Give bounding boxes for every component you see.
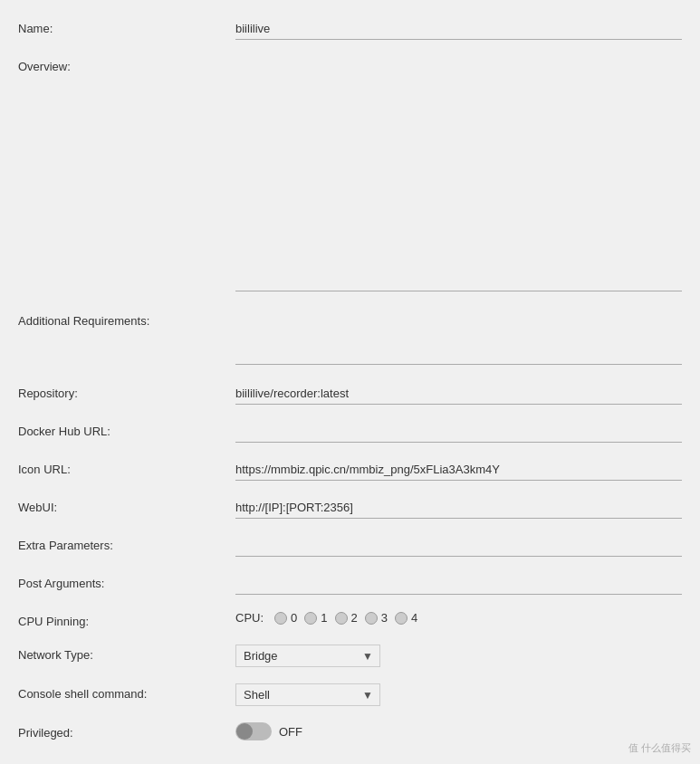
post-arguments-value-wrapper <box>235 571 682 595</box>
overview-label: Overview: <box>18 54 235 73</box>
docker-hub-url-row: Docker Hub URL: <box>18 412 682 450</box>
cpu-radio-2[interactable] <box>335 612 348 625</box>
additional-requirements-input[interactable] <box>235 310 682 365</box>
name-input[interactable] <box>235 18 682 40</box>
cpu-option-2[interactable]: 2 <box>335 611 358 625</box>
cpu-radio-0[interactable] <box>274 612 287 625</box>
overview-input[interactable] <box>235 56 682 291</box>
docker-hub-url-value-wrapper <box>235 419 682 443</box>
cpu-option-label-0: 0 <box>291 611 297 625</box>
icon-url-row: Icon URL: <box>18 450 682 488</box>
cpu-option-label-2: 2 <box>351 611 358 625</box>
privileged-toggle-wrapper: OFF <box>235 722 682 740</box>
console-shell-value-wrapper: Shell Bash sh ▼ <box>235 682 682 706</box>
icon-url-input[interactable] <box>235 459 682 481</box>
icon-url-value-wrapper <box>235 457 682 481</box>
console-shell-label: Console shell command: <box>18 682 235 701</box>
post-arguments-input[interactable] <box>235 573 682 595</box>
privileged-off-label: OFF <box>279 725 302 739</box>
console-shell-select[interactable]: Shell Bash sh <box>235 683 380 706</box>
console-shell-select-wrapper: Shell Bash sh ▼ <box>235 683 380 706</box>
post-arguments-row: Post Arguments: <box>18 564 682 602</box>
cpu-radio-3[interactable] <box>365 612 378 625</box>
cpu-option-label-1: 1 <box>321 611 327 625</box>
network-type-row: Network Type: Bridge Host None ▼ <box>18 635 682 674</box>
webui-row: WebUI: <box>18 488 682 526</box>
additional-requirements-row: Additional Requirements: <box>18 301 682 374</box>
overview-value-wrapper <box>235 54 682 294</box>
toggle-thumb <box>236 723 253 740</box>
webui-label: WebUI: <box>18 495 235 514</box>
docker-hub-url-label: Docker Hub URL: <box>18 419 235 438</box>
privileged-label: Privileged: <box>18 721 235 740</box>
cpu-label: CPU: <box>235 611 264 625</box>
cpu-pinning-value-wrapper: CPU: 0 1 2 3 4 <box>235 609 682 625</box>
cpu-options-group: CPU: 0 1 2 3 4 <box>235 611 682 625</box>
webui-value-wrapper <box>235 495 682 519</box>
cpu-pinning-row: CPU Pinning: CPU: 0 1 2 3 <box>18 602 682 635</box>
additional-requirements-label: Additional Requirements: <box>18 309 235 328</box>
network-type-select-wrapper: Bridge Host None ▼ <box>235 645 380 667</box>
cpu-option-0[interactable]: 0 <box>274 611 297 625</box>
name-value-wrapper <box>235 16 682 40</box>
post-arguments-label: Post Arguments: <box>18 571 235 590</box>
privileged-toggle[interactable] <box>235 722 272 740</box>
icon-url-label: Icon URL: <box>18 457 235 476</box>
cpu-radio-4[interactable] <box>395 612 408 625</box>
docker-hub-url-input[interactable] <box>235 421 682 443</box>
network-type-select[interactable]: Bridge Host None <box>235 645 380 667</box>
cpu-pinning-label: CPU Pinning: <box>18 609 235 628</box>
additional-requirements-value-wrapper <box>235 309 682 365</box>
extra-parameters-row: Extra Parameters: <box>18 526 682 564</box>
network-type-value-wrapper: Bridge Host None ▼ <box>235 643 682 667</box>
name-row: Name: <box>18 9 682 47</box>
network-type-label: Network Type: <box>18 643 235 662</box>
extra-parameters-label: Extra Parameters: <box>18 533 235 552</box>
cpu-option-label-4: 4 <box>411 611 417 625</box>
overview-row: Overview: <box>18 47 682 301</box>
cpu-radio-1[interactable] <box>304 612 317 625</box>
extra-parameters-value-wrapper <box>235 533 682 557</box>
repository-input[interactable] <box>235 383 682 405</box>
cpu-option-3[interactable]: 3 <box>365 611 388 625</box>
name-label: Name: <box>18 16 235 35</box>
extra-parameters-input[interactable] <box>235 535 682 557</box>
cpu-option-label-3: 3 <box>381 611 388 625</box>
repository-row: Repository: <box>18 374 682 412</box>
repository-label: Repository: <box>18 381 235 400</box>
webui-input[interactable] <box>235 497 682 519</box>
cpu-option-4[interactable]: 4 <box>395 611 417 625</box>
console-shell-row: Console shell command: Shell Bash sh ▼ <box>18 674 682 713</box>
privileged-row: Privileged: OFF <box>18 713 682 748</box>
form-container: Name: Overview: Additional Requirements:… <box>0 0 700 757</box>
cpu-option-1[interactable]: 1 <box>304 611 327 625</box>
privileged-value-wrapper: OFF <box>235 721 682 740</box>
repository-value-wrapper <box>235 381 682 405</box>
